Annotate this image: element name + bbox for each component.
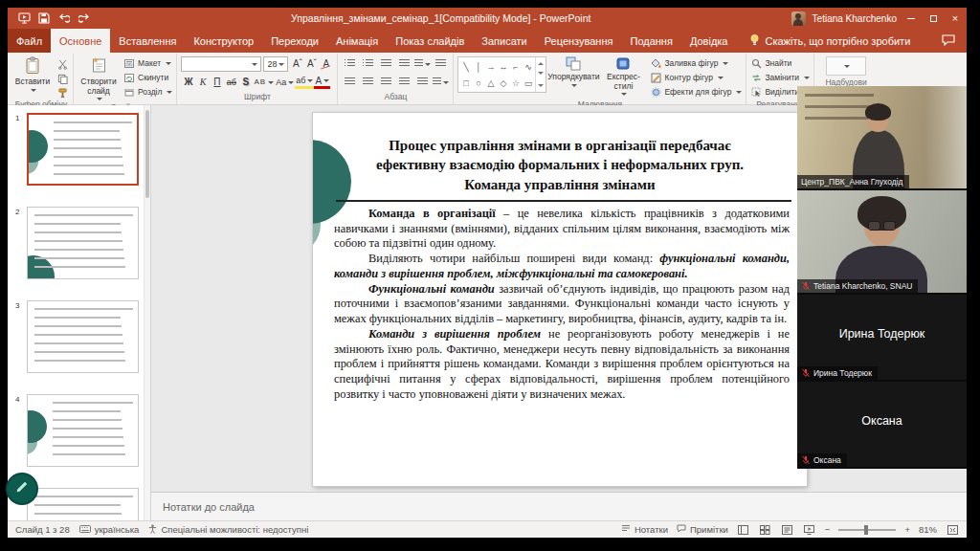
tellme-box[interactable]: Скажіть, що потрібно зробити bbox=[749, 29, 910, 53]
zoom-slider[interactable] bbox=[838, 529, 896, 531]
slideshow-view-button[interactable] bbox=[803, 523, 816, 537]
decrease-indent-button[interactable] bbox=[378, 56, 394, 72]
paste-button[interactable]: Вставити bbox=[13, 55, 52, 93]
text-direction-button[interactable] bbox=[433, 56, 449, 72]
tab-home[interactable]: Основне bbox=[51, 29, 110, 53]
tab-design[interactable]: Конструктор bbox=[185, 29, 262, 53]
align-right-button[interactable] bbox=[378, 75, 394, 90]
shapes-gallery[interactable]: ╲│→↔⌐∿□○△◇☆▭ bbox=[458, 57, 535, 92]
reset-button[interactable]: Скинути bbox=[123, 71, 172, 84]
quick-styles-button[interactable]: Експрес-стилі bbox=[600, 55, 646, 97]
minimize-button[interactable] bbox=[903, 10, 919, 27]
shape-gallery-item[interactable]: △ bbox=[487, 78, 494, 88]
align-center-button[interactable] bbox=[360, 75, 376, 90]
notes-pane[interactable]: Нотатки до слайда bbox=[151, 492, 967, 520]
slide-body-text[interactable]: Команда в організації – це невелика кіль… bbox=[334, 207, 790, 403]
shape-outline-button[interactable]: Контур фігур bbox=[650, 71, 742, 84]
shape-gallery-item[interactable]: → bbox=[486, 62, 495, 72]
tab-view[interactable]: Подання bbox=[621, 29, 680, 53]
tab-record[interactable]: Записати bbox=[473, 29, 535, 53]
increase-indent-button[interactable] bbox=[396, 56, 412, 72]
participant-tile[interactable]: Центр_ПВК_Анна Глуходід bbox=[797, 86, 967, 188]
shape-fill-button[interactable]: Заливка фігур bbox=[650, 56, 742, 70]
shape-gallery-item[interactable]: ○ bbox=[476, 78, 480, 88]
normal-view-button[interactable] bbox=[737, 523, 750, 537]
new-slide-button[interactable]: Створити слайд bbox=[78, 55, 120, 101]
tab-file[interactable]: Файл bbox=[8, 29, 51, 53]
zoom-in-button[interactable]: + bbox=[904, 524, 910, 535]
shape-gallery-item[interactable]: ⌐ bbox=[513, 62, 518, 72]
bold-button[interactable]: Ж bbox=[181, 75, 195, 90]
arrange-button[interactable]: Упорядкувати bbox=[550, 55, 596, 88]
save-icon[interactable] bbox=[37, 11, 51, 25]
undo-icon[interactable] bbox=[57, 11, 71, 25]
font-color-button[interactable]: А bbox=[314, 76, 330, 89]
tab-slideshow[interactable]: Показ слайдів bbox=[387, 29, 473, 53]
shape-effects-button[interactable]: Ефекти для фігур bbox=[650, 85, 742, 99]
bullets-button[interactable] bbox=[342, 56, 358, 72]
align-left-button[interactable] bbox=[342, 75, 358, 90]
slide-thumbnail[interactable] bbox=[27, 488, 139, 520]
slide-thumbnail[interactable] bbox=[27, 394, 139, 467]
cut-icon[interactable] bbox=[56, 58, 69, 70]
thumbnails-scrollbar[interactable] bbox=[144, 105, 150, 520]
tab-animations[interactable]: Анімація bbox=[327, 29, 387, 53]
accessibility-checker[interactable]: Спеціальні можливості: недоступні bbox=[148, 524, 308, 536]
layout-button[interactable]: Макет bbox=[123, 56, 172, 70]
text-shadow-button[interactable]: S bbox=[238, 75, 253, 90]
shapes-gallery-scroll[interactable] bbox=[535, 57, 546, 92]
start-slideshow-icon[interactable] bbox=[17, 11, 31, 25]
addins-button[interactable] bbox=[826, 56, 866, 76]
language-indicator[interactable]: українська bbox=[79, 524, 140, 535]
line-spacing-button[interactable] bbox=[414, 56, 431, 72]
numbering-button[interactable] bbox=[360, 56, 376, 72]
participant-tile[interactable]: Tetiana Kharchenko, SNAU bbox=[797, 190, 967, 293]
close-button[interactable]: × bbox=[947, 10, 963, 27]
shape-gallery-item[interactable]: □ bbox=[463, 78, 468, 88]
strikethrough-button[interactable]: аб bbox=[224, 75, 238, 90]
slide-thumbnail[interactable] bbox=[27, 207, 139, 279]
font-size-select[interactable]: 28 bbox=[263, 56, 288, 72]
fit-to-window-button[interactable] bbox=[946, 523, 959, 537]
notes-toggle[interactable]: Нотатки bbox=[621, 524, 668, 535]
user-avatar[interactable] bbox=[791, 11, 806, 26]
tab-transitions[interactable]: Переходи bbox=[262, 29, 327, 53]
shape-gallery-item[interactable]: ☆ bbox=[512, 78, 520, 88]
shape-gallery-item[interactable]: ╲ bbox=[463, 62, 468, 72]
columns-button[interactable] bbox=[414, 75, 431, 90]
shape-gallery-item[interactable]: ▭ bbox=[524, 78, 533, 88]
slide-canvas[interactable]: Процес управління змінами в організації … bbox=[313, 113, 807, 486]
comments-icon[interactable] bbox=[942, 34, 955, 48]
comments-toggle[interactable]: Примітки bbox=[677, 524, 728, 535]
italic-button[interactable]: К bbox=[195, 75, 210, 90]
highlight-color-button[interactable]: аб bbox=[295, 76, 314, 89]
zoom-slider-handle[interactable] bbox=[864, 525, 868, 535]
underline-button[interactable]: П bbox=[210, 75, 224, 90]
shape-gallery-item[interactable]: ∿ bbox=[524, 62, 532, 72]
slide-thumbnail[interactable] bbox=[27, 113, 139, 186]
grow-font-button[interactable]: Аˆ bbox=[290, 56, 304, 72]
tab-help[interactable]: Довідка bbox=[681, 29, 737, 53]
redo-icon[interactable] bbox=[78, 11, 91, 25]
participant-tile[interactable]: ОксанаОксана bbox=[797, 382, 967, 467]
reading-view-button[interactable] bbox=[781, 523, 794, 537]
clear-formatting-button[interactable]: А bbox=[319, 56, 333, 72]
restore-button[interactable] bbox=[925, 10, 941, 27]
annotation-tools-button[interactable] bbox=[6, 473, 38, 505]
slide-sorter-view-button[interactable] bbox=[759, 523, 772, 537]
tab-insert[interactable]: Вставлення bbox=[110, 29, 185, 53]
zoom-out-button[interactable]: − bbox=[825, 524, 831, 535]
zoom-percentage[interactable]: 81% bbox=[919, 524, 937, 535]
slide-indicator[interactable]: Слайд 1 з 28 bbox=[15, 524, 70, 535]
find-button[interactable]: Знайти bbox=[750, 56, 810, 70]
tab-review[interactable]: Рецензування bbox=[536, 29, 622, 53]
change-case-button[interactable]: Аа bbox=[275, 75, 295, 90]
character-spacing-button[interactable]: АВ bbox=[253, 75, 275, 90]
user-name[interactable]: Tetiana Kharchenko bbox=[813, 13, 897, 24]
slide-title[interactable]: Процес управління змінами в організації … bbox=[342, 136, 778, 194]
justify-button[interactable] bbox=[396, 75, 412, 90]
shrink-font-button[interactable]: Аˇ bbox=[304, 56, 319, 72]
font-name-select[interactable] bbox=[181, 56, 261, 72]
replace-button[interactable]: Замінити bbox=[750, 71, 810, 84]
shape-gallery-item[interactable]: │ bbox=[476, 62, 481, 72]
